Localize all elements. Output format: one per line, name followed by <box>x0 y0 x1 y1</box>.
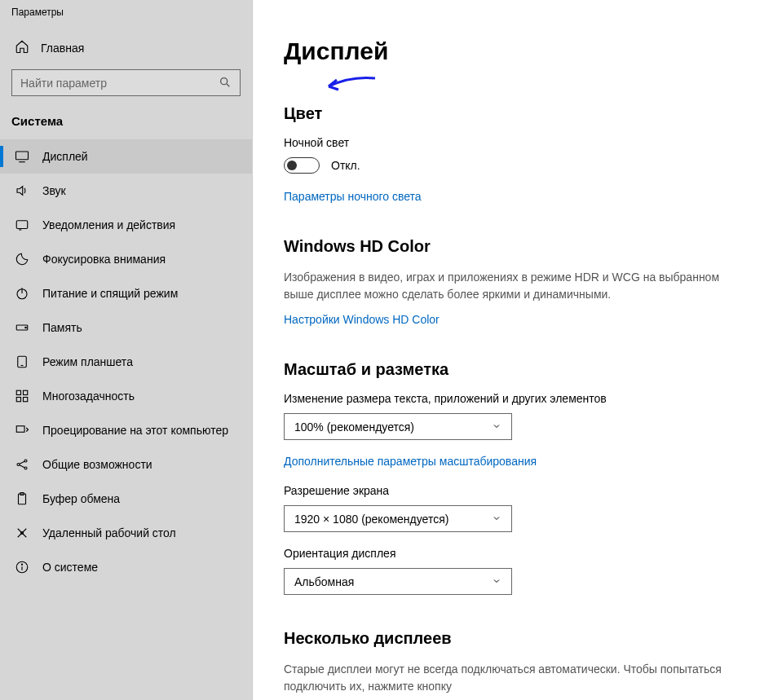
home-icon <box>15 39 29 56</box>
svg-line-1 <box>227 84 229 86</box>
orientation-label: Ориентация дисплея <box>284 547 740 560</box>
sidebar-item-label: Питание и спящий режим <box>42 287 178 300</box>
orientation-dropdown[interactable]: Альбомная <box>284 568 512 595</box>
svg-point-17 <box>24 460 27 462</box>
sound-icon <box>15 183 29 198</box>
text-size-dropdown[interactable]: 100% (рекомендуется) <box>284 413 512 440</box>
svg-point-8 <box>25 327 27 328</box>
resolution-label: Разрешение экрана <box>284 484 740 497</box>
night-light-label: Ночной свет <box>284 136 740 149</box>
svg-rect-15 <box>16 426 24 433</box>
sidebar-item-projecting[interactable]: Проецирование на этот компьютер <box>0 413 252 447</box>
sidebar-section-heading: Система <box>0 114 252 139</box>
sidebar-item-label: Дисплей <box>42 150 88 163</box>
sidebar-item-label: Общие возможности <box>42 458 152 471</box>
shared-icon <box>15 457 29 472</box>
page-title: Дисплей <box>284 37 782 65</box>
clipboard-icon <box>15 491 29 506</box>
advanced-scaling-link[interactable]: Дополнительные параметры масштабирования <box>284 455 537 468</box>
sidebar-item-label: Проецирование на этот компьютер <box>42 424 228 437</box>
search-icon <box>219 76 232 91</box>
night-light-settings-link[interactable]: Параметры ночного света <box>284 190 422 203</box>
svg-point-16 <box>17 464 20 466</box>
sidebar-item-display[interactable]: Дисплей <box>0 139 252 174</box>
sidebar-item-label: Уведомления и действия <box>42 218 175 231</box>
svg-rect-11 <box>16 390 20 394</box>
sidebar-item-label: Удаленный рабочий стол <box>42 526 176 539</box>
home-button[interactable]: Главная <box>0 33 252 69</box>
search-input[interactable] <box>12 77 240 90</box>
chevron-down-icon <box>492 513 501 526</box>
hd-color-settings-link[interactable]: Настройки Windows HD Color <box>284 313 440 326</box>
svg-point-0 <box>221 78 228 85</box>
hd-color-description: Изображения в видео, играх и приложениях… <box>284 269 740 303</box>
home-label: Главная <box>41 42 84 55</box>
tablet-icon <box>15 354 29 369</box>
orientation-value: Альбомная <box>294 575 354 588</box>
sidebar-item-storage[interactable]: Память <box>0 310 252 345</box>
sidebar-item-label: Память <box>42 321 82 334</box>
svg-line-20 <box>20 465 24 468</box>
sidebar-item-notifications[interactable]: Уведомления и действия <box>0 208 252 242</box>
resolution-dropdown[interactable]: 1920 × 1080 (рекомендуется) <box>284 505 512 532</box>
svg-line-19 <box>20 461 24 464</box>
sidebar-item-shared[interactable]: Общие возможности <box>0 447 252 482</box>
sidebar-item-sound[interactable]: Звук <box>0 174 252 208</box>
svg-rect-12 <box>24 390 28 394</box>
sidebar-item-focus[interactable]: Фокусировка внимания <box>0 242 252 276</box>
sidebar-item-label: Фокусировка внимания <box>42 253 166 266</box>
sidebar-item-about[interactable]: О системе <box>0 550 252 584</box>
svg-rect-14 <box>24 398 28 402</box>
chevron-down-icon <box>492 575 501 588</box>
text-size-label: Изменение размера текста, приложений и д… <box>284 392 740 405</box>
multi-display-heading: Несколько дисплеев <box>284 629 740 648</box>
sidebar-item-power[interactable]: Питание и спящий режим <box>0 276 252 310</box>
svg-rect-4 <box>16 221 28 229</box>
sidebar-item-label: Режим планшета <box>42 355 133 368</box>
night-light-state: Откл. <box>331 159 360 172</box>
hd-color-heading: Windows HD Color <box>284 237 740 256</box>
text-size-value: 100% (рекомендуется) <box>294 420 414 434</box>
focus-icon <box>15 252 29 266</box>
main-content: Дисплей Цвет Ночной свет Откл. Параметры… <box>253 0 782 700</box>
svg-rect-13 <box>16 398 20 402</box>
window-title: Параметры <box>0 0 252 33</box>
sidebar-item-label: Многозадачность <box>42 390 135 403</box>
multitask-icon <box>15 389 29 403</box>
remote-icon <box>15 526 29 540</box>
multi-display-description: Старые дисплеи могут не всегда подключат… <box>284 661 740 695</box>
search-input-wrapper[interactable] <box>11 69 241 96</box>
sidebar-item-label: О системе <box>42 561 98 574</box>
resolution-value: 1920 × 1080 (рекомендуется) <box>294 513 448 526</box>
color-heading: Цвет <box>284 104 740 123</box>
sidebar-item-label: Звук <box>42 184 66 197</box>
display-icon <box>15 149 29 164</box>
power-icon <box>15 286 29 301</box>
notifications-icon <box>15 218 29 232</box>
sidebar-item-multitask[interactable]: Многозадачность <box>0 379 252 413</box>
svg-point-18 <box>24 467 27 469</box>
sidebar-item-remote[interactable]: Удаленный рабочий стол <box>0 516 252 550</box>
projecting-icon <box>15 423 29 438</box>
sidebar-item-label: Буфер обмена <box>42 492 120 505</box>
chevron-down-icon <box>492 420 501 434</box>
sidebar-item-clipboard[interactable]: Буфер обмена <box>0 482 252 516</box>
night-light-toggle[interactable] <box>284 157 320 174</box>
storage-icon <box>15 320 29 335</box>
sidebar-item-tablet[interactable]: Режим планшета <box>0 345 252 379</box>
about-icon <box>15 560 29 575</box>
svg-rect-2 <box>16 152 29 160</box>
scale-heading: Масштаб и разметка <box>284 360 740 379</box>
svg-point-28 <box>21 564 22 565</box>
